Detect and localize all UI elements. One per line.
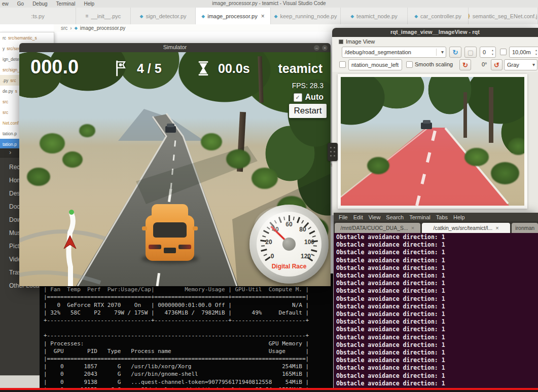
mouse-topic-field[interactable]: ntation_mouse_left	[348, 59, 402, 70]
gpu-terminal-window[interactable]: | GPU Name Persistence-M| Bus-Id Disp.A …	[40, 273, 333, 392]
combo-separator	[436, 49, 437, 56]
bush	[27, 168, 50, 186]
editor-tab[interactable]: ◆sign_detector.py	[131, 8, 196, 24]
menu-item[interactable]: Tabs	[436, 214, 448, 220]
hud-time: 00.0s	[218, 61, 250, 76]
bush	[344, 143, 370, 163]
python-icon: ◆	[414, 14, 418, 19]
rqt-window: rqt_image_view__ImageView - rqt Image Vi…	[332, 28, 538, 215]
vscode-menubar: ewGoDebugTerminalHelp image_processor.py…	[0, 0, 538, 8]
publish-click-checkbox[interactable]	[339, 61, 346, 68]
camera-image[interactable]	[338, 74, 527, 209]
rotate-cw-icon: ↻	[462, 61, 468, 69]
topic-combobox[interactable]: /debug/road_segmentation ▾	[342, 47, 446, 58]
speedometer-hub	[282, 238, 296, 251]
bush	[464, 148, 489, 166]
nvidia-smi-output: | GPU Name Persistence-M| Bus-Id Disp.A …	[44, 278, 309, 392]
distant-car	[165, 124, 176, 133]
rqt-title: rqt_image_view__ImageView - rqt	[332, 29, 538, 35]
editor-tab[interactable]: :ts.py	[0, 8, 76, 24]
spinner-arrows-icon[interactable]: ▲▼	[491, 48, 494, 56]
vscode-window-title: image_processor.py - teamict - Visual St…	[0, 1, 538, 6]
spinner-arrows-icon[interactable]: ▲▼	[535, 48, 537, 56]
editor-tab[interactable]: ◆teamict_node.py	[341, 8, 408, 24]
breadcrumb-folder[interactable]: src	[61, 25, 67, 31]
simulator-titlebar[interactable]: Simulator – ×	[19, 43, 331, 52]
python-icon: ◆	[75, 26, 78, 30]
speedometer: 020406080100120 Digital Race	[249, 205, 329, 284]
close-icon[interactable]: ×	[322, 45, 328, 51]
close-icon[interactable]: ×	[411, 225, 414, 231]
car-mirror	[193, 226, 198, 230]
json-icon: {}	[469, 13, 470, 19]
snapshot-button[interactable]: ▢	[464, 47, 477, 58]
smooth-scaling-checkbox[interactable]	[406, 61, 413, 68]
menu-item[interactable]: Edit	[353, 214, 363, 220]
simulator-scene: 000.0 4 / 5 00.0s teamict FPS: 28.3	[19, 52, 331, 286]
minimize-icon[interactable]: –	[314, 45, 319, 51]
terminal-tab[interactable]: /mnt/DATA/CUOC_DUA_S...×	[335, 223, 420, 233]
bush	[491, 162, 519, 184]
tab-label: image_processor.py	[207, 13, 257, 19]
terminal-tab[interactable]: ironman	[512, 223, 538, 233]
bush	[201, 133, 222, 150]
bush	[62, 151, 83, 168]
hud-team-name: teamict	[278, 61, 322, 76]
gauge-number: 100	[304, 239, 315, 245]
tab-label: teamict_node.py	[356, 13, 398, 19]
minimap-destination-dot	[69, 210, 74, 215]
rotate-cw-button[interactable]: ↻	[459, 59, 471, 70]
menu-item[interactable]: Terminal	[409, 214, 431, 220]
tab-label: :ts.py	[31, 13, 44, 19]
close-icon[interactable]: ×	[495, 225, 498, 231]
image-frame	[332, 72, 538, 215]
auto-label: Auto	[305, 93, 324, 102]
menu-item[interactable]: Search	[386, 214, 404, 220]
list-icon: ≡	[86, 13, 89, 19]
auto-mode-row: ✓ Auto	[294, 93, 324, 102]
dynamic-range-checkbox[interactable]	[500, 49, 507, 55]
zoom-spinbox[interactable]: 0 ▲▼	[480, 47, 496, 58]
python-icon: ◆	[274, 14, 278, 19]
rotate-ccw-button[interactable]: ↺	[491, 59, 503, 70]
editor-tab[interactable]: {}semantic_seg_ENet.conf.js	[469, 8, 538, 24]
chevron-down-icon: ▾	[532, 62, 535, 67]
close-icon[interactable]: ×	[261, 13, 265, 20]
colormap-combobox[interactable]: Gray ▾	[504, 59, 537, 70]
editor-tab[interactable]: ◆keep_running_node.py	[271, 8, 341, 24]
segmented-road-graphics	[341, 77, 524, 206]
menu-item[interactable]: File	[339, 214, 348, 220]
segmentation-scene	[341, 77, 524, 206]
simulator-title: Simulator	[19, 44, 331, 50]
quick-open-item[interactable]: rcsrc/semantic_s	[0, 32, 54, 43]
car-license-plate	[164, 248, 176, 253]
editor-tab[interactable]: ◆image_processor.py×	[196, 8, 271, 24]
max-range-spinbox[interactable]: 10,00m ▲▼	[509, 47, 538, 58]
bush	[367, 157, 389, 174]
gauge-number: 120	[300, 253, 311, 259]
breadcrumb-separator: ›	[70, 25, 71, 31]
bottom-edge	[0, 390, 538, 392]
forward-chevron-icon[interactable]: ›	[9, 148, 11, 156]
gauge-number: 0	[267, 253, 278, 259]
terminal-tab[interactable]: /catkin_ws/src/teamict/l...×	[422, 223, 511, 233]
restart-button[interactable]: Restart	[289, 104, 327, 118]
tab-label: keep_running_node.py	[280, 13, 337, 19]
menu-item[interactable]: Help	[453, 214, 465, 220]
editor-tab[interactable]: ≡__init__.pyc	[76, 8, 131, 24]
car-mirror	[142, 226, 147, 230]
panel-drag-handle[interactable]	[328, 143, 338, 161]
tab-label: car_controller.py	[420, 13, 461, 19]
rqt-titlebar[interactable]: rqt_image_view__ImageView - rqt	[332, 28, 538, 37]
auto-checkbox[interactable]: ✓	[294, 93, 302, 102]
editor-tab[interactable]: ◆car_controller.py	[408, 8, 469, 24]
refresh-icon: ↻	[453, 49, 458, 56]
tab-label: __init__.pyc	[91, 13, 121, 19]
refresh-topics-button[interactable]: ↻	[449, 47, 461, 58]
bush	[79, 124, 95, 137]
breadcrumb-file[interactable]: image_processor.py	[80, 25, 126, 31]
hud-waypoints: 4 / 5	[137, 61, 162, 76]
tab-label: /catkin_ws/src/teamict/l...	[433, 225, 492, 231]
terminal-output[interactable]: Obstacle avoidance direction: 1 Obstacle…	[334, 233, 538, 392]
menu-item[interactable]: View	[369, 214, 381, 220]
